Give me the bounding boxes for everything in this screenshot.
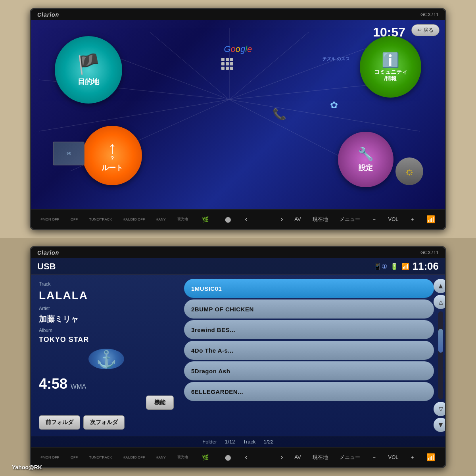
bottom-half: Clarion GCX711 USB 📱① 🔋 📶 11:06: [0, 238, 476, 476]
settings-button[interactable]: 🔧 設定: [338, 132, 393, 187]
track-list: 1 MUSIC01 2 BUMP OF CHICKEN 3 rewind BES…: [182, 279, 436, 432]
any-label: #ANY: [156, 217, 166, 221]
prev-btn[interactable]: ‹: [245, 215, 248, 223]
mon-off-label-b: #MON OFF: [40, 455, 59, 459]
circle-btn-b[interactable]: ⬤: [223, 453, 234, 462]
settings-sun-button[interactable]: ☼: [395, 157, 423, 185]
svg-line-6: [229, 100, 420, 131]
usb-symbol-icon: ⚓: [96, 349, 117, 369]
brand-logo: Clarion: [37, 12, 59, 18]
scroll-down-step[interactable]: ▽: [434, 402, 445, 416]
audio-off-label: #AUDIO OFF: [123, 217, 145, 221]
time-row: 4:58 WMA: [39, 376, 174, 392]
usb-header: USB 📱① 🔋 📶 11:06: [31, 258, 445, 275]
next-btn-b[interactable]: ›: [280, 453, 283, 461]
track-title-2: BUMP OF CHICKEN: [195, 306, 254, 313]
minus-btn-b[interactable]: —: [259, 453, 269, 462]
track-title-1: MUSIC01: [195, 285, 222, 292]
svg-line-1: [150, 32, 229, 100]
scroll-up-step[interactable]: △: [434, 295, 445, 309]
route-button[interactable]: ↑ ? ルート: [83, 126, 142, 185]
vol-plus-btn[interactable]: ＋: [410, 216, 415, 223]
scrollbar: ▲ △ ▽ ▼: [436, 279, 445, 432]
tune-track-label-b: TUNE/TRACK: [89, 455, 112, 459]
map-thumbnail[interactable]: 🗺: [53, 142, 84, 165]
usb-icon-circle: ⚓: [88, 349, 124, 369]
sun-icon: ☼: [404, 165, 415, 178]
vol-minus-btn[interactable]: －: [372, 216, 377, 223]
battery-icon: 🔋: [390, 263, 398, 270]
phone-status-icon: 📱①: [374, 263, 387, 270]
controls-bar-top: #MON OFF OFF TUNE/TRACK #AUDIO OFF #ANY …: [31, 209, 445, 229]
folder-btn-row: 前フォルダ 次フォルダ: [39, 415, 174, 430]
next-btn[interactable]: ›: [280, 215, 283, 223]
screen-top: 10:57 ↩ 戻る Google: [31, 20, 445, 209]
track-item-6[interactable]: 6 ELLEGARDEN...: [184, 382, 434, 401]
format-label: WMA: [71, 383, 86, 390]
svg-line-3: [229, 32, 309, 100]
track-item-3[interactable]: 3 rewind BES...: [184, 320, 434, 339]
off-label: OFF: [71, 217, 78, 221]
vol-minus-btn-b[interactable]: －: [372, 454, 377, 461]
device-header-bottom: Clarion GCX711: [31, 247, 445, 258]
nav-label-b: 観光地: [177, 455, 188, 460]
function-button[interactable]: 機能: [146, 395, 174, 410]
footer-info: Folder 1/12 Track 1/22: [31, 436, 445, 447]
track-num-5: 5: [191, 368, 195, 374]
route-arrow-icon: ↑: [108, 138, 117, 157]
phone-icon[interactable]: 📞: [273, 107, 286, 121]
flower-icon[interactable]: ✿: [330, 100, 338, 111]
track-num-2: 2: [191, 306, 195, 313]
minus-btn[interactable]: —: [259, 215, 269, 224]
nav-label-top: 観光地: [177, 217, 188, 222]
album-name: TOKYO STAR: [39, 336, 174, 344]
scrollbar-track: [438, 311, 443, 399]
destination-button[interactable]: 🏴 目的地: [55, 36, 122, 104]
leaf-icon-b[interactable]: 🌿: [200, 453, 211, 462]
scroll-down-bottom[interactable]: ▼: [434, 418, 445, 432]
track-item-4[interactable]: 4 Do The A-s...: [184, 341, 434, 360]
next-folder-button[interactable]: 次フォルダ: [83, 415, 125, 430]
flag-icon: 🏴: [77, 53, 100, 75]
av-btn[interactable]: AV: [294, 216, 301, 222]
prev-folder-button[interactable]: 前フォルダ: [39, 415, 80, 430]
vol-label-b: VOL: [388, 454, 398, 460]
svg-line-9: [39, 100, 229, 131]
artist-name: 加藤ミリャ: [39, 314, 174, 324]
google-text[interactable]: Google: [224, 44, 252, 54]
track-item-2[interactable]: 2 BUMP OF CHICKEN: [184, 299, 434, 319]
menu-btn[interactable]: メニュー: [340, 216, 360, 223]
back-button[interactable]: ↩ 戻る: [411, 24, 440, 36]
menu-btn-b[interactable]: メニュー: [340, 454, 360, 461]
track-item-5[interactable]: 5 Dragon Ash: [184, 361, 434, 380]
current-loc-btn[interactable]: 現在地: [313, 216, 328, 223]
chizuru-icon[interactable]: チズル のスス: [322, 56, 350, 62]
brand-logo-bottom: Clarion: [37, 250, 59, 256]
track-item-1[interactable]: 1 MUSIC01: [184, 279, 434, 298]
any-label-b: #ANY: [156, 455, 166, 459]
circle-btn[interactable]: ⬤: [223, 215, 234, 224]
controls-bar-bottom: #MON OFF OFF TUNE/TRACK #AUDIO OFF #ANY …: [31, 447, 445, 467]
current-loc-btn-b[interactable]: 現在地: [313, 454, 328, 461]
top-half: Clarion GCX711: [0, 0, 476, 238]
vol-plus-btn-b[interactable]: ＋: [410, 454, 415, 461]
track-num-4: 4: [191, 347, 195, 354]
scroll-up-top[interactable]: ▲: [434, 279, 445, 293]
signal-bars-icon: 📶: [401, 263, 409, 270]
av-btn-b[interactable]: AV: [294, 454, 301, 460]
track-name: LALALA: [39, 289, 174, 302]
tune-track-label: TUNE/TRACK: [89, 217, 112, 221]
track-title-3: rewind BES...: [195, 326, 235, 333]
folder-current: 1/12: [225, 439, 235, 445]
prev-btn-b[interactable]: ‹: [245, 453, 248, 461]
track-num-3: 3: [191, 326, 195, 333]
track-title-5: Dragon Ash: [195, 368, 230, 374]
album-label: Album: [39, 328, 174, 333]
leaf-icon[interactable]: 🌿: [200, 215, 211, 224]
screen-bottom: USB 📱① 🔋 📶 11:06 Track LALALA Artist: [31, 258, 445, 447]
main-container: Clarion GCX711: [0, 0, 476, 476]
grid-icon: [221, 58, 233, 70]
community-button[interactable]: ℹ️ コミュニティ/情報: [360, 36, 421, 98]
right-panel: 1 MUSIC01 2 BUMP OF CHICKEN 3 rewind BES…: [182, 275, 445, 436]
scrollbar-thumb[interactable]: [438, 329, 443, 353]
